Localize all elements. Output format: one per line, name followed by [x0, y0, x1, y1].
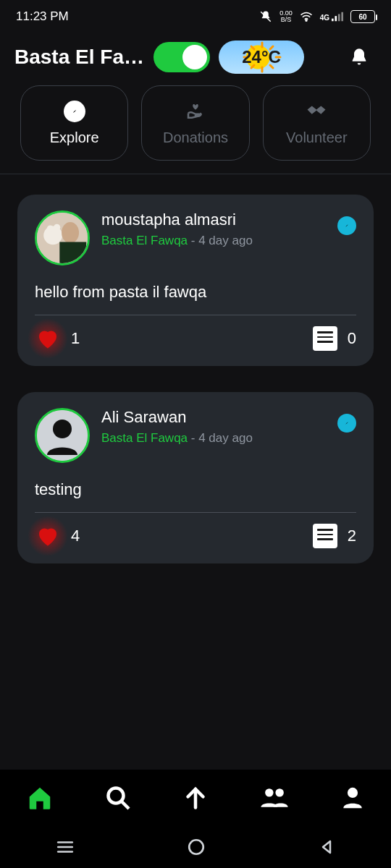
divider	[35, 512, 356, 513]
svg-point-19	[54, 224, 60, 231]
data-rate-unit: B/S	[281, 17, 292, 23]
nav-community[interactable]	[260, 785, 289, 811]
status-bar: 11:23 PM 0.00 B/S 4G 60	[0, 0, 391, 33]
feed: moustapha almasri Basta El Fawqa - 4 day…	[0, 174, 391, 770]
heart-icon	[35, 326, 61, 352]
battery-level: 60	[358, 13, 366, 21]
svg-line-25	[121, 801, 129, 809]
comment-icon	[313, 326, 337, 351]
post-author: Ali Sarawan	[101, 408, 253, 427]
svg-point-18	[47, 226, 54, 232]
wifi-icon	[300, 12, 313, 22]
svg-rect-21	[59, 242, 86, 263]
status-right: 0.00 B/S 4G 60	[259, 10, 375, 23]
svg-rect-1	[332, 19, 334, 22]
svg-point-0	[306, 20, 307, 21]
person-icon	[340, 786, 365, 810]
svg-marker-34	[323, 841, 330, 853]
bell-icon[interactable]	[349, 47, 369, 67]
system-nav	[0, 826, 391, 868]
post-location: Basta El Fawqa	[101, 431, 188, 445]
svg-rect-4	[341, 12, 343, 21]
svg-rect-2	[335, 16, 337, 21]
post-meta: Basta El Fawqa - 4 day ago	[101, 431, 253, 446]
avatar[interactable]	[35, 210, 90, 265]
post-body: testing	[35, 480, 356, 499]
home-icon	[26, 784, 54, 812]
svg-point-20	[62, 222, 79, 243]
page-title: Basta El Fa…	[14, 46, 145, 69]
weather-badge[interactable]: 24°C	[219, 41, 304, 74]
like-button[interactable]: 4	[35, 523, 80, 549]
heart-icon	[35, 523, 61, 549]
nav-profile[interactable]	[340, 786, 365, 810]
tab-label: Donations	[163, 129, 228, 146]
like-count: 1	[71, 329, 80, 348]
post-card[interactable]: Ali Sarawan Basta El Fawqa - 4 day ago t…	[17, 392, 374, 563]
post-meta: Basta El Fawqa - 4 day ago	[101, 234, 253, 248]
weather-value: 24°C	[242, 47, 281, 67]
like-count: 4	[71, 527, 80, 545]
explore-badge-icon	[337, 216, 356, 235]
divider	[35, 315, 356, 315]
search-icon	[105, 785, 131, 811]
area-toggle[interactable]	[154, 42, 210, 72]
svg-point-23	[53, 420, 72, 438]
post-author: moustapha almasri	[101, 210, 253, 229]
svg-point-24	[108, 788, 123, 804]
nav-search[interactable]	[105, 785, 131, 811]
back-button[interactable]	[318, 838, 335, 856]
data-rate: 0.00 B/S	[279, 10, 293, 23]
category-tabs: Explore Donations Volunteer	[0, 85, 391, 174]
signal-icon: 4G	[320, 12, 343, 22]
like-button[interactable]: 1	[35, 326, 80, 352]
post-body: hello from pasta il fawqa	[35, 283, 356, 302]
svg-point-28	[276, 788, 284, 796]
home-button[interactable]	[187, 838, 206, 856]
post-location: Basta El Fawqa	[101, 234, 188, 247]
explore-badge-icon	[337, 414, 356, 433]
arrow-up-icon	[182, 785, 209, 811]
svg-point-33	[189, 840, 203, 854]
handshake-icon	[306, 101, 327, 122]
people-icon	[260, 785, 289, 811]
app-header: Basta El Fa… 24°C	[0, 33, 391, 85]
nav-post[interactable]	[182, 785, 209, 811]
mute-icon	[259, 10, 272, 23]
comment-button[interactable]: 2	[313, 524, 356, 548]
tab-label: Explore	[50, 129, 99, 146]
network-label: 4G	[320, 14, 329, 22]
compass-icon	[64, 101, 85, 122]
comment-icon	[313, 524, 337, 548]
svg-point-29	[348, 788, 358, 798]
post-time: 4 day ago	[198, 234, 253, 247]
battery-icon: 60	[350, 10, 375, 23]
tab-label: Volunteer	[286, 129, 348, 146]
post-time: 4 day ago	[198, 431, 253, 445]
tab-volunteer[interactable]: Volunteer	[263, 85, 371, 161]
comment-count: 0	[348, 329, 356, 348]
svg-point-27	[265, 788, 273, 796]
tab-donations[interactable]: Donations	[141, 85, 249, 161]
donation-icon	[185, 101, 206, 122]
recents-button[interactable]	[56, 839, 75, 855]
tab-explore[interactable]: Explore	[20, 85, 128, 161]
nav-home[interactable]	[26, 784, 54, 812]
status-time: 11:23 PM	[16, 9, 69, 24]
avatar[interactable]	[35, 408, 90, 463]
comment-count: 2	[348, 527, 356, 545]
post-card[interactable]: moustapha almasri Basta El Fawqa - 4 day…	[17, 195, 374, 366]
svg-rect-3	[338, 14, 340, 21]
comment-button[interactable]: 0	[313, 326, 356, 351]
bottom-nav	[0, 770, 391, 826]
